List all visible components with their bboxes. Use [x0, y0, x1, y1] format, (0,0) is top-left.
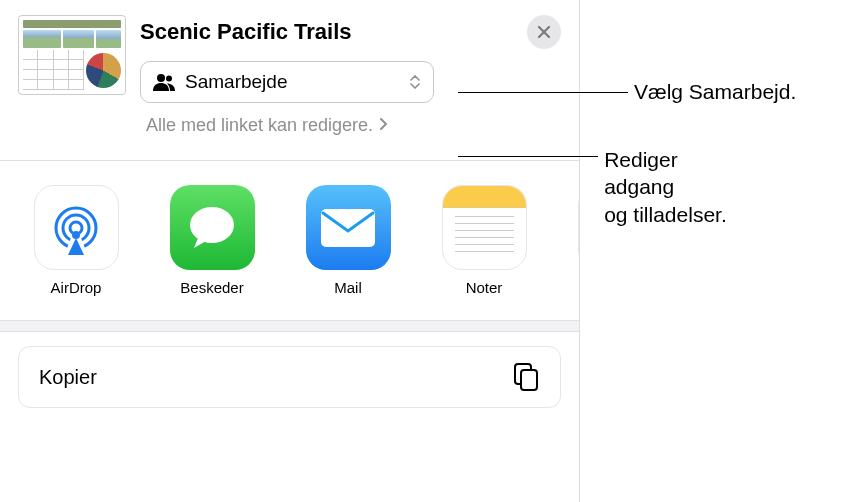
callout-text: Vælg Samarbejd. — [634, 80, 796, 104]
svg-point-5 — [72, 231, 80, 239]
app-label: AirDrop — [51, 279, 102, 296]
share-app-airdrop[interactable]: AirDrop — [30, 185, 122, 296]
svg-rect-10 — [521, 370, 537, 390]
mail-icon — [306, 185, 391, 270]
people-icon — [153, 71, 175, 93]
collaborate-label: Samarbejde — [185, 71, 409, 93]
actions-area: Kopier — [0, 332, 579, 422]
leader-line — [458, 92, 628, 93]
updown-icon — [409, 75, 421, 89]
copy-label: Kopier — [39, 366, 97, 389]
copy-action[interactable]: Kopier — [18, 346, 561, 408]
svg-point-1 — [166, 76, 172, 82]
close-button[interactable] — [527, 15, 561, 49]
leader-line — [458, 156, 598, 157]
airdrop-icon — [34, 185, 119, 270]
share-app-messages[interactable]: Beskeder — [166, 185, 258, 296]
divider — [0, 320, 579, 332]
page-title: Scenic Pacific Trails — [140, 19, 352, 45]
permissions-text: Alle med linket kan redigere. — [146, 115, 373, 136]
close-icon — [537, 25, 551, 39]
callout-collaborate: Vælg Samarbejd. — [458, 80, 796, 104]
svg-point-6 — [190, 207, 234, 243]
copy-icon — [512, 363, 540, 391]
app-label: Beskeder — [180, 279, 243, 296]
callout-permissions: Rediger adgang og tilladelser. — [458, 146, 727, 228]
messages-icon — [170, 185, 255, 270]
collaborate-selector[interactable]: Samarbejde — [140, 61, 434, 103]
share-sheet: Scenic Pacific Trails Samarbejde — [0, 0, 580, 502]
document-thumbnail — [18, 15, 126, 95]
app-label: Mail — [334, 279, 362, 296]
app-label: Noter — [466, 279, 503, 296]
chevron-right-icon — [379, 117, 388, 135]
svg-point-0 — [157, 74, 165, 82]
share-app-mail[interactable]: Mail — [302, 185, 394, 296]
permissions-link[interactable]: Alle med linket kan redigere. — [146, 115, 579, 136]
callout-text: Rediger adgang og tilladelser. — [604, 146, 727, 228]
svg-rect-7 — [321, 209, 375, 247]
